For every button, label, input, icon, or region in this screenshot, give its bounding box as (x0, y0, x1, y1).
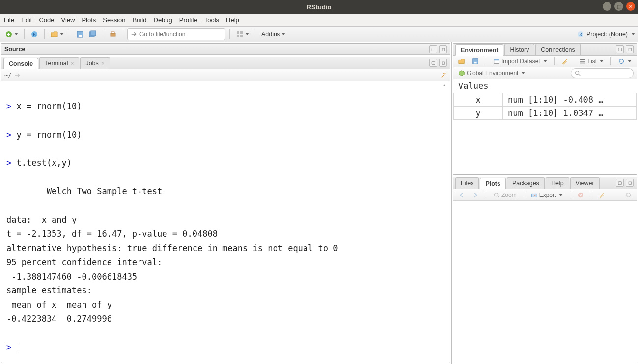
scroll-up-indicator: ▴ (443, 82, 448, 87)
save-button[interactable] (74, 28, 86, 40)
plot-remove-button[interactable] (575, 190, 586, 200)
menu-file[interactable]: File (4, 16, 14, 24)
tab-history[interactable]: History (504, 44, 534, 55)
addins-button[interactable]: Addins (259, 28, 287, 40)
window-title: RStudio (4, 3, 634, 11)
new-project-button[interactable]: R (28, 28, 40, 40)
tab-viewer[interactable]: Viewer (570, 177, 600, 189)
broom-icon (561, 58, 568, 65)
list-icon (579, 58, 586, 65)
env-search-input[interactable] (581, 70, 630, 77)
open-folder-icon (51, 30, 58, 38)
env-open-button[interactable] (456, 56, 467, 66)
close-icon[interactable]: × (102, 61, 105, 66)
svg-rect-11 (237, 35, 239, 37)
tab-environment[interactable]: Environment (455, 44, 503, 56)
env-table: xnum [1:10] -0.408 …ynum [1:10] 1.0347 … (453, 93, 637, 120)
tab-plots[interactable]: Plots (480, 178, 506, 189)
env-save-button[interactable] (470, 56, 481, 66)
save-all-button[interactable] (87, 28, 99, 40)
env-list-button[interactable]: List (577, 56, 606, 66)
broom-icon (598, 192, 605, 198)
plot-prev-button[interactable] (456, 190, 467, 200)
save-icon (472, 58, 479, 65)
tab-jobs[interactable]: Jobs× (80, 57, 110, 69)
close-icon[interactable]: × (71, 61, 74, 66)
console-working-dir: ~/ (4, 72, 11, 79)
window-minimize-button[interactable]: – (603, 2, 611, 11)
zoom-icon (493, 192, 500, 198)
source-maximize-button[interactable]: ◻ (439, 45, 447, 53)
menu-view[interactable]: View (61, 16, 75, 24)
env-minimize-button[interactable]: ▢ (616, 45, 624, 53)
open-file-button[interactable] (49, 28, 66, 40)
console-maximize-button[interactable]: ◻ (439, 59, 447, 67)
menu-profile[interactable]: Profile (179, 16, 197, 24)
console-minimize-button[interactable]: ▢ (429, 59, 437, 67)
svg-rect-10 (240, 31, 243, 34)
plots-body (453, 201, 637, 363)
refresh-icon (625, 192, 632, 198)
plots-minimize-button[interactable]: ▢ (616, 179, 624, 187)
menu-edit[interactable]: Edit (21, 16, 32, 24)
menu-tools[interactable]: Tools (204, 16, 219, 24)
env-scope-bar: Global Environment (453, 67, 637, 79)
goto-file-function[interactable] (127, 28, 225, 40)
clear-env-button[interactable] (559, 56, 570, 66)
env-scope-selector[interactable]: Global Environment (456, 68, 527, 78)
new-file-icon (5, 30, 13, 38)
menu-debug[interactable]: Debug (154, 16, 172, 24)
plot-export-button[interactable]: Export (529, 190, 565, 200)
console-subtoolbar: ~/ (1, 69, 450, 81)
source-restore-button[interactable]: ▢ (429, 45, 437, 53)
env-var-desc: num [1:10] -0.408 … (503, 93, 637, 107)
menu-help[interactable]: Help (226, 16, 239, 24)
new-file-button[interactable] (3, 28, 20, 40)
env-body: Values xnum [1:10] -0.408 …ynum [1:10] 1… (453, 79, 637, 174)
env-row[interactable]: ynum [1:10] 1.0347 … (454, 107, 637, 120)
addins-label: Addins (261, 31, 280, 38)
plots-maximize-button[interactable]: ◻ (626, 179, 634, 187)
svg-rect-9 (237, 31, 239, 34)
tab-terminal[interactable]: Terminal× (39, 57, 79, 69)
tab-files[interactable]: Files (455, 177, 479, 189)
goto-file-input[interactable] (139, 31, 222, 38)
menu-build[interactable]: Build (133, 16, 147, 24)
grid-button[interactable] (234, 28, 251, 40)
console-share-icon[interactable] (14, 72, 21, 79)
env-row[interactable]: xnum [1:10] -0.408 … (454, 93, 637, 107)
left-column: Source ▢ ◻ Console Terminal× Jobs× ▢ ◻ ~… (0, 42, 452, 364)
plot-next-button[interactable] (470, 190, 481, 200)
plot-zoom-button[interactable]: Zoom (491, 190, 519, 200)
tab-connections[interactable]: Connections (535, 44, 581, 55)
menu-plots[interactable]: Plots (82, 16, 96, 24)
import-icon (493, 58, 500, 65)
svg-rect-4 (79, 35, 82, 37)
search-icon (574, 70, 581, 77)
env-var-name: y (454, 107, 503, 120)
project-selector[interactable]: R Project: (None) (577, 30, 635, 38)
env-search[interactable] (571, 68, 634, 78)
clear-console-icon[interactable] (440, 72, 447, 79)
print-button[interactable] (107, 28, 119, 40)
menu-code[interactable]: Code (39, 16, 54, 24)
env-maximize-button[interactable]: ◻ (626, 45, 634, 53)
tab-console[interactable]: Console (3, 58, 38, 69)
console-output: > x = rnorm(10) > y = rnorm(10) > t.test… (1, 81, 450, 359)
tab-help[interactable]: Help (546, 177, 569, 189)
console-pane: Console Terminal× Jobs× ▢ ◻ ~/ ▴ > x = r… (1, 57, 450, 363)
window-close-button[interactable]: ✕ (626, 2, 635, 11)
plot-clear-button[interactable] (596, 190, 607, 200)
env-refresh-button[interactable] (616, 56, 634, 66)
grid-icon (236, 30, 244, 38)
window-maximize-button[interactable]: ⬚ (614, 2, 623, 11)
plot-refresh-button[interactable] (623, 190, 634, 200)
arrow-right-icon (472, 192, 479, 198)
environment-pane: Environment History Connections ▢ ◻ Impo… (453, 43, 637, 175)
console-body[interactable]: ▴ > x = rnorm(10) > y = rnorm(10) > t.te… (1, 81, 450, 363)
import-dataset-button[interactable]: Import Dataset (491, 56, 549, 66)
tab-packages[interactable]: Packages (507, 177, 545, 189)
plots-toolbar: Zoom Export (453, 189, 637, 201)
new-project-icon: R (30, 30, 38, 38)
menu-session[interactable]: Session (103, 16, 125, 24)
